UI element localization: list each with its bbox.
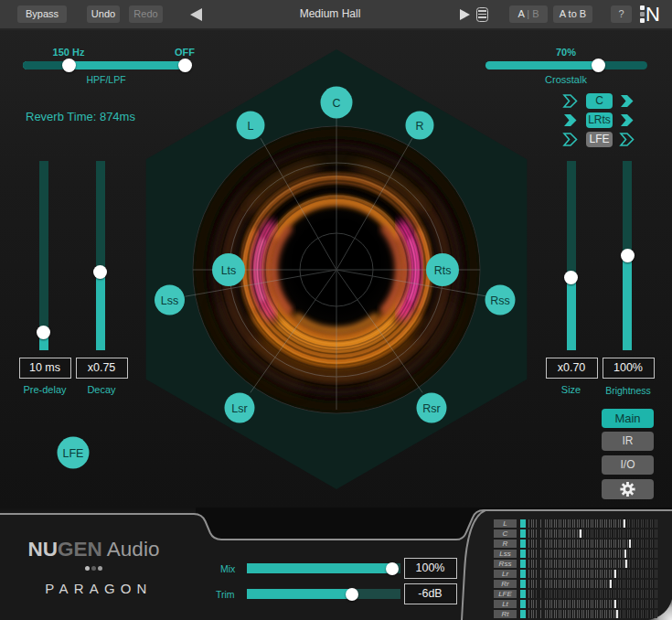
svg-text:Lts: Lts xyxy=(221,264,237,277)
svg-text:LFE: LFE xyxy=(63,447,84,460)
svg-text:Lsr: Lsr xyxy=(231,402,247,415)
svg-text:C: C xyxy=(332,97,340,110)
svg-text:R: R xyxy=(415,120,423,133)
svg-text:Rss: Rss xyxy=(490,294,510,307)
svg-text:L: L xyxy=(248,120,254,133)
svg-text:Rsr: Rsr xyxy=(422,402,440,415)
svg-text:Lss: Lss xyxy=(161,294,178,307)
svg-text:Rts: Rts xyxy=(434,264,452,277)
